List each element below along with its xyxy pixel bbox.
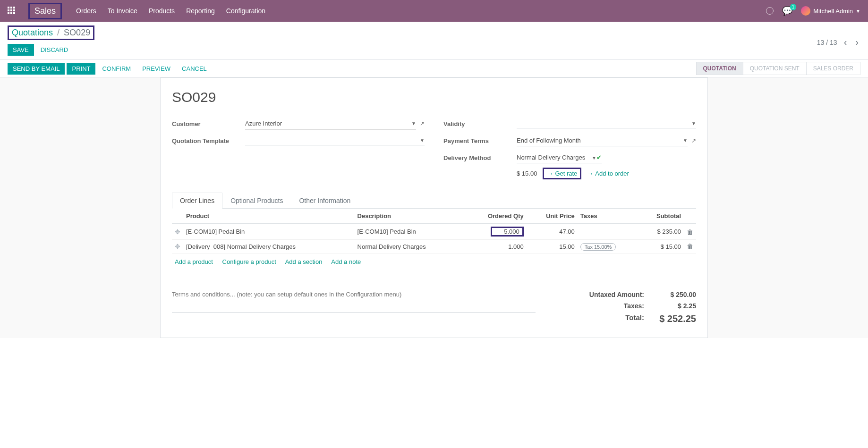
statusbar: SEND BY EMAIL PRINT CONFIRM PREVIEW CANC… (0, 60, 868, 77)
th-taxes: Taxes (578, 209, 639, 224)
description-cell[interactable]: Normal Delivery Charges (355, 240, 465, 254)
chevron-down-icon: ▼ (691, 121, 696, 126)
drag-handle-icon[interactable]: ✥ (175, 243, 180, 250)
add-to-order-link[interactable]: → Add to order (587, 170, 629, 177)
discard-button[interactable]: DISCARD (36, 44, 73, 55)
external-link-icon[interactable]: ↗ (420, 120, 425, 127)
payment-terms-field[interactable]: End of Following Month ▼ (517, 135, 688, 146)
user-name: Mitchell Admin (813, 8, 853, 15)
send-by-email-button[interactable]: SEND BY EMAIL (8, 63, 65, 75)
breadcrumb-parent[interactable]: Quotations (12, 28, 53, 37)
add-note-link[interactable]: Add a note (331, 258, 361, 265)
breadcrumb-current: SO029 (64, 28, 90, 37)
unit-price-cell[interactable]: 15.00 (527, 240, 578, 254)
total-label: Total: (625, 313, 644, 324)
totals: Untaxed Amount: $ 250.00 Taxes: $ 2.25 T… (554, 289, 696, 326)
qty-cell[interactable]: 1.000 (508, 243, 524, 250)
untaxed-value: $ 250.00 (654, 291, 696, 298)
chevron-down-icon: ▼ (592, 155, 596, 161)
tab-order-lines[interactable]: Order Lines (172, 193, 222, 209)
control-panel: Quotations / SO029 SAVE DISCARD 13 / 13 … (0, 22, 868, 60)
rate-value: $ 15.00 (517, 170, 537, 177)
subtotal-cell: $ 235.00 (639, 224, 684, 240)
tab-other-information[interactable]: Other Information (291, 193, 358, 208)
table-row[interactable]: ✥ [Delivery_008] Normal Delivery Charges… (172, 240, 696, 254)
status-quotation-sent[interactable]: QUOTATION SENT (743, 62, 807, 75)
save-button[interactable]: SAVE (8, 44, 34, 56)
trash-icon[interactable]: 🗑 (687, 243, 693, 250)
subtotal-cell: $ 15.00 (639, 240, 684, 254)
add-product-link[interactable]: Add a product (175, 258, 213, 265)
taxes-value: $ 2.25 (654, 302, 696, 310)
pager: 13 / 13 ‹ › (817, 37, 860, 48)
drag-handle-icon[interactable]: ✥ (175, 228, 180, 236)
th-description: Description (355, 209, 465, 224)
chat-badge: 1 (790, 4, 797, 10)
trash-icon[interactable]: 🗑 (687, 228, 693, 236)
app-brand[interactable]: Sales (28, 3, 62, 19)
get-rate-button[interactable]: → Get rate (543, 168, 581, 179)
label-customer: Customer (172, 120, 245, 127)
chevron-down-icon: ▼ (683, 138, 688, 143)
chevron-down-icon: ▼ (411, 121, 416, 126)
product-cell[interactable]: [Delivery_008] Normal Delivery Charges (183, 240, 355, 254)
tax-tag: Tax 15.00% (580, 243, 616, 251)
validity-field[interactable]: ▼ (517, 119, 696, 128)
preview-button[interactable]: PREVIEW (137, 63, 175, 75)
avatar (801, 6, 810, 16)
status-sales-order[interactable]: SALES ORDER (806, 62, 860, 75)
confirm-button[interactable]: CONFIRM (97, 63, 136, 75)
menu-products[interactable]: Products (149, 7, 175, 15)
qty-cell[interactable]: 5.000 (491, 227, 524, 237)
label-quotation-template: Quotation Template (172, 137, 245, 144)
apps-icon[interactable] (8, 7, 16, 15)
th-unit-price: Unit Price (527, 209, 578, 224)
th-product: Product (183, 209, 355, 224)
menu-orders[interactable]: Orders (76, 7, 96, 15)
form-sheet: SO029 Customer Azure Interior ▼ ↗ Quotat… (160, 77, 708, 338)
user-menu[interactable]: Mitchell Admin ▼ (801, 6, 860, 16)
arrow-right-icon: → (547, 170, 553, 177)
customer-field[interactable]: Azure Interior ▼ (245, 118, 416, 129)
th-subtotal: Subtotal (639, 209, 684, 224)
menu-reporting[interactable]: Reporting (186, 7, 215, 15)
customer-value: Azure Interior (245, 120, 282, 127)
tab-optional-products[interactable]: Optional Products (222, 193, 291, 208)
cancel-button[interactable]: CANCEL (177, 63, 212, 75)
delivery-method-field[interactable]: Normal Delivery Charges ▼✔ (517, 152, 602, 163)
page-title: SO029 (172, 89, 696, 105)
taxes-cell[interactable]: Tax 15.00% (578, 240, 639, 254)
taxes-cell[interactable] (578, 224, 639, 240)
tabs: Order Lines Optional Products Other Info… (172, 193, 696, 209)
pager-prev[interactable]: ‹ (842, 37, 849, 48)
menu-configuration[interactable]: Configuration (226, 7, 265, 15)
breadcrumb: Quotations / SO029 (8, 25, 94, 40)
total-value: $ 252.25 (654, 313, 696, 324)
quotation-template-field[interactable]: ▼ (245, 136, 425, 145)
label-validity: Validity (443, 120, 517, 127)
terms-textarea[interactable] (172, 289, 536, 313)
taxes-label: Taxes: (624, 302, 644, 310)
menu-to-invoice[interactable]: To Invoice (108, 7, 137, 15)
status-quotation[interactable]: QUOTATION (696, 62, 743, 75)
external-link-icon[interactable]: ↗ (691, 137, 696, 144)
chat-icon[interactable]: 💬 1 (782, 6, 792, 16)
th-qty: Ordered Qty (465, 209, 527, 224)
delivery-method-value: Normal Delivery Charges (517, 154, 585, 161)
table-row[interactable]: ✥ [E-COM10] Pedal Bin [E-COM10] Pedal Bi… (172, 224, 696, 240)
print-button[interactable]: PRINT (67, 63, 95, 75)
arrow-right-icon: → (587, 170, 593, 177)
status-steps: QUOTATION QUOTATION SENT SALES ORDER (697, 62, 860, 75)
description-cell[interactable]: [E-COM10] Pedal Bin (355, 224, 465, 240)
clock-icon[interactable] (766, 7, 774, 15)
label-delivery-method: Delivery Method (443, 154, 517, 161)
untaxed-label: Untaxed Amount: (589, 291, 644, 298)
top-navbar: Sales Orders To Invoice Products Reporti… (0, 0, 868, 22)
product-cell[interactable]: [E-COM10] Pedal Bin (183, 224, 355, 240)
unit-price-cell[interactable]: 47.00 (527, 224, 578, 240)
configure-product-link[interactable]: Configure a product (222, 258, 276, 265)
add-section-link[interactable]: Add a section (285, 258, 323, 265)
payment-terms-value: End of Following Month (517, 137, 581, 144)
pager-next[interactable]: › (853, 37, 860, 48)
get-rate-label: Get rate (555, 170, 577, 177)
